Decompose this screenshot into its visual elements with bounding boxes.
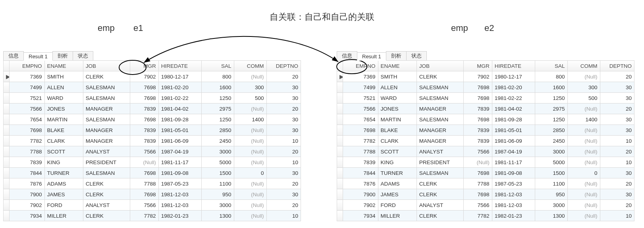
- cell-deptno[interactable]: 10: [600, 211, 634, 221]
- cell-ename[interactable]: WARD: [378, 93, 416, 103]
- cell-hiredate[interactable]: 1987-04-19: [492, 146, 535, 157]
- tab-result1[interactable]: Result 1: [23, 52, 53, 61]
- cell-mgr[interactable]: 7902: [130, 71, 158, 82]
- table-row[interactable]: 7839KINGPRESIDENT(Null)1981-11-175000(Nu…: [337, 157, 634, 168]
- cell-mgr[interactable]: (Null): [130, 157, 158, 168]
- cell-ename[interactable]: WARD: [44, 93, 83, 103]
- table-row[interactable]: 7654MARTINSALESMAN76981981-09-2812501400…: [4, 114, 301, 125]
- col-header-comm[interactable]: COMM: [234, 61, 266, 71]
- cell-job[interactable]: PRESIDENT: [416, 157, 464, 168]
- cell-deptno[interactable]: 20: [266, 178, 301, 189]
- cell-empno[interactable]: 7698: [10, 125, 44, 136]
- cell-mgr[interactable]: 7566: [464, 146, 492, 157]
- cell-mgr[interactable]: 7839: [464, 125, 492, 136]
- table-row[interactable]: 7566JONESMANAGER78391981-04-022975(Null)…: [337, 103, 634, 114]
- cell-job[interactable]: CLERK: [416, 71, 464, 82]
- cell-empno[interactable]: 7782: [10, 136, 44, 146]
- cell-sal[interactable]: 1250: [535, 114, 567, 125]
- cell-job[interactable]: SALESMAN: [83, 82, 130, 93]
- col-header-ename[interactable]: ENAME: [378, 61, 416, 71]
- col-header-comm[interactable]: COMM: [567, 61, 600, 71]
- cell-comm[interactable]: (Null): [567, 189, 600, 200]
- cell-job[interactable]: CLERK: [83, 178, 130, 189]
- cell-mgr[interactable]: 7788: [130, 178, 158, 189]
- cell-ename[interactable]: ALLEN: [44, 82, 83, 93]
- cell-empno[interactable]: 7902: [10, 200, 44, 211]
- cell-empno[interactable]: 7566: [10, 103, 44, 114]
- cell-comm[interactable]: (Null): [567, 136, 600, 146]
- cell-deptno[interactable]: 20: [266, 71, 301, 82]
- cell-job[interactable]: MANAGER: [416, 136, 464, 146]
- table-row[interactable]: 7782CLARKMANAGER78391981-06-092450(Null)…: [4, 136, 301, 146]
- cell-mgr[interactable]: 7698: [464, 82, 492, 93]
- cell-comm[interactable]: (Null): [567, 71, 600, 82]
- cell-mgr[interactable]: 7839: [130, 103, 158, 114]
- table-row[interactable]: 7782CLARKMANAGER78391981-06-092450(Null)…: [337, 136, 634, 146]
- table-row[interactable]: 7844TURNERSALESMAN76981981-09-081500030: [337, 168, 634, 178]
- cell-sal[interactable]: 2850: [201, 125, 234, 136]
- cell-deptno[interactable]: 30: [266, 82, 301, 93]
- cell-empno[interactable]: 7934: [10, 211, 44, 221]
- cell-deptno[interactable]: 30: [600, 168, 634, 178]
- cell-sal[interactable]: 3000: [535, 146, 567, 157]
- cell-job[interactable]: SALESMAN: [83, 168, 130, 178]
- cell-ename[interactable]: MILLER: [378, 211, 416, 221]
- cell-comm[interactable]: (Null): [234, 103, 266, 114]
- cell-comm[interactable]: (Null): [567, 103, 600, 114]
- cell-job[interactable]: MANAGER: [83, 136, 130, 146]
- cell-ename[interactable]: MARTIN: [44, 114, 83, 125]
- cell-mgr[interactable]: 7788: [464, 178, 492, 189]
- col-header-job[interactable]: JOB: [83, 61, 130, 71]
- table-row[interactable]: 7839KINGPRESIDENT(Null)1981-11-175000(Nu…: [4, 157, 301, 168]
- cell-hiredate[interactable]: 1987-04-19: [158, 146, 201, 157]
- cell-deptno[interactable]: 30: [600, 125, 634, 136]
- cell-comm[interactable]: (Null): [567, 200, 600, 211]
- cell-mgr[interactable]: 7698: [130, 189, 158, 200]
- cell-ename[interactable]: KING: [378, 157, 416, 168]
- cell-ename[interactable]: TURNER: [378, 168, 416, 178]
- cell-mgr[interactable]: 7698: [464, 93, 492, 103]
- cell-ename[interactable]: BLAKE: [44, 125, 83, 136]
- cell-ename[interactable]: JONES: [44, 103, 83, 114]
- cell-job[interactable]: MANAGER: [83, 103, 130, 114]
- cell-ename[interactable]: JAMES: [44, 189, 83, 200]
- cell-job[interactable]: ANALYST: [416, 146, 464, 157]
- cell-job[interactable]: CLERK: [83, 71, 130, 82]
- cell-job[interactable]: SALESMAN: [416, 82, 464, 93]
- cell-deptno[interactable]: 30: [266, 189, 301, 200]
- cell-hiredate[interactable]: 1980-12-17: [158, 71, 201, 82]
- cell-mgr[interactable]: 7566: [130, 146, 158, 157]
- cell-mgr[interactable]: 7839: [130, 125, 158, 136]
- cell-hiredate[interactable]: 1982-01-23: [492, 211, 535, 221]
- table-row[interactable]: 7654MARTINSALESMAN76981981-09-2812501400…: [337, 114, 634, 125]
- cell-sal[interactable]: 2850: [535, 125, 567, 136]
- cell-deptno[interactable]: 20: [266, 200, 301, 211]
- cell-sal[interactable]: 1100: [201, 178, 234, 189]
- table-row[interactable]: ▶7369SMITHCLERK79021980-12-17800(Null)20: [337, 71, 634, 82]
- cell-ename[interactable]: ADAMS: [378, 178, 416, 189]
- cell-deptno[interactable]: 30: [266, 125, 301, 136]
- cell-hiredate[interactable]: 1981-09-28: [158, 114, 201, 125]
- cell-empno[interactable]: 7782: [343, 136, 378, 146]
- cell-empno[interactable]: 7900: [10, 189, 44, 200]
- table-row[interactable]: 7902FORDANALYST75661981-12-033000(Null)2…: [337, 200, 634, 211]
- cell-job[interactable]: SALESMAN: [83, 93, 130, 103]
- cell-hiredate[interactable]: 1981-05-01: [158, 125, 201, 136]
- cell-ename[interactable]: BLAKE: [378, 125, 416, 136]
- cell-ename[interactable]: FORD: [378, 200, 416, 211]
- cell-ename[interactable]: MILLER: [44, 211, 83, 221]
- cell-empno[interactable]: 7654: [10, 114, 44, 125]
- cell-deptno[interactable]: 20: [266, 103, 301, 114]
- cell-ename[interactable]: SMITH: [44, 71, 83, 82]
- cell-deptno[interactable]: 30: [600, 189, 634, 200]
- cell-deptno[interactable]: 20: [600, 103, 634, 114]
- result-table[interactable]: EMPNOENAMEJOBMGRHIREDATESALCOMMDEPTNO▶73…: [3, 60, 301, 221]
- cell-job[interactable]: SALESMAN: [416, 93, 464, 103]
- col-header-mgr[interactable]: MGR: [464, 61, 492, 71]
- cell-comm[interactable]: (Null): [234, 200, 266, 211]
- col-header-deptno[interactable]: DEPTNO: [266, 61, 301, 71]
- tab-status[interactable]: 状态: [73, 51, 93, 60]
- cell-ename[interactable]: MARTIN: [378, 114, 416, 125]
- cell-mgr[interactable]: 7782: [464, 211, 492, 221]
- cell-mgr[interactable]: 7698: [464, 168, 492, 178]
